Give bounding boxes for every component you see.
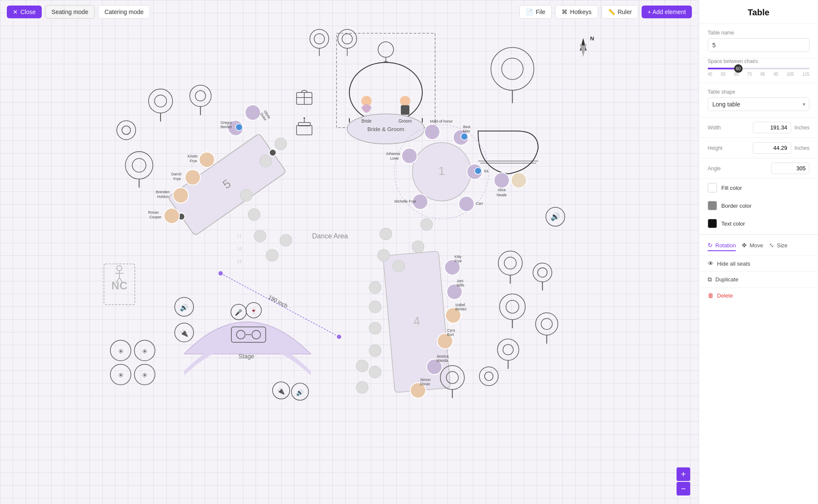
svg-text:🔊: 🔊 bbox=[296, 389, 304, 396]
svg-point-179 bbox=[421, 218, 432, 230]
svg-point-32 bbox=[494, 172, 509, 188]
svg-point-52 bbox=[185, 169, 200, 185]
svg-point-2 bbox=[314, 34, 324, 44]
table-name-label: Table name bbox=[708, 30, 809, 36]
svg-point-166 bbox=[275, 138, 287, 150]
angle-input[interactable] bbox=[771, 163, 809, 174]
svg-point-172 bbox=[380, 228, 392, 240]
zoom-controls: + − bbox=[677, 467, 690, 495]
duplicate-label: Duplicate bbox=[715, 276, 738, 283]
move-tab[interactable]: ✥ Move bbox=[742, 239, 763, 251]
tree-right-mid-1 bbox=[498, 251, 522, 284]
delete-button[interactable]: 🗑 Delete bbox=[699, 287, 818, 303]
width-input[interactable] bbox=[753, 122, 791, 133]
hotkeys-button[interactable]: ⌘ Hotkeys bbox=[555, 5, 598, 19]
svg-point-163 bbox=[248, 209, 260, 220]
close-icon: ✕ bbox=[13, 9, 18, 15]
svg-text:Neale: Neale bbox=[497, 193, 507, 197]
svg-text:Frye: Frye bbox=[190, 159, 197, 163]
add-element-label: + Add element bbox=[648, 9, 686, 15]
svg-text:Groom: Groom bbox=[399, 119, 412, 123]
svg-point-3 bbox=[338, 29, 357, 48]
tree-left-2 bbox=[190, 85, 211, 115]
spin-icon-4: ✳ bbox=[134, 364, 155, 385]
piano bbox=[478, 131, 538, 174]
space-chairs-label: Space between chairs bbox=[708, 58, 809, 64]
svg-point-165 bbox=[260, 155, 272, 167]
height-row: Height Inches bbox=[699, 138, 818, 158]
svg-text:✳: ✳ bbox=[118, 347, 124, 355]
size-label: Size bbox=[777, 242, 787, 249]
seating-mode-button[interactable]: Seating mode bbox=[45, 5, 95, 19]
duplicate-icon: ⧉ bbox=[708, 276, 712, 283]
svg-text:4: 4 bbox=[413, 314, 421, 328]
svg-text:Darrol: Darrol bbox=[171, 172, 181, 176]
svg-point-68 bbox=[461, 133, 468, 140]
svg-rect-7 bbox=[349, 63, 422, 123]
text-color-swatch[interactable] bbox=[708, 219, 717, 228]
slider-track[interactable]: 60 bbox=[708, 68, 809, 69]
svg-point-139 bbox=[498, 251, 522, 275]
table-shape-wrapper: Long table Round table Square table Oval… bbox=[708, 97, 809, 111]
svg-text:🔊: 🔊 bbox=[550, 212, 560, 221]
size-tab[interactable]: ⤡ Size bbox=[769, 239, 787, 251]
seating-mode-label: Seating mode bbox=[52, 9, 88, 15]
duplicate-button[interactable]: ⧉ Duplicate bbox=[699, 271, 818, 287]
move-icon: ✥ bbox=[742, 242, 747, 249]
zoom-in-button[interactable]: + bbox=[677, 467, 690, 481]
svg-text:Bentez: Bentez bbox=[455, 307, 467, 311]
file-button[interactable]: 📄 File bbox=[519, 5, 552, 19]
svg-point-153 bbox=[503, 344, 513, 355]
svg-point-46 bbox=[236, 124, 242, 131]
height-input[interactable] bbox=[753, 142, 791, 154]
table-5[interactable]: 5 bbox=[165, 132, 289, 238]
svg-point-145 bbox=[500, 294, 525, 320]
svg-point-170 bbox=[377, 249, 389, 261]
svg-text:Bride: Bride bbox=[362, 119, 372, 123]
width-label: Width bbox=[708, 125, 721, 131]
zoom-out-button[interactable]: − bbox=[677, 482, 690, 495]
tree-right-top bbox=[491, 47, 534, 103]
person-kit: Kit bbox=[467, 164, 489, 179]
floor-plan[interactable]: Bride & Groom Bride Groom bbox=[0, 24, 699, 504]
compass: N bbox=[580, 35, 594, 57]
svg-point-17 bbox=[400, 96, 410, 106]
person-joni-wills: Joni Wills bbox=[447, 279, 464, 299]
add-element-button[interactable]: + Add element bbox=[642, 6, 692, 18]
svg-point-49 bbox=[199, 152, 215, 167]
svg-point-62 bbox=[402, 148, 417, 163]
svg-text:Kit: Kit bbox=[484, 169, 489, 173]
table-shape-section: Table shape Long table Round table Squar… bbox=[699, 83, 818, 117]
table-shape-select[interactable]: Long table Round table Square table Oval… bbox=[708, 97, 809, 111]
svg-text:Jessica: Jessica bbox=[436, 354, 449, 358]
angle-row: Angle bbox=[699, 158, 818, 179]
svg-point-55 bbox=[173, 188, 188, 203]
fill-color-swatch[interactable] bbox=[708, 183, 717, 192]
hide-seats-button[interactable]: 👁 Hide all seats bbox=[699, 255, 818, 271]
hide-seats-label: Hide all seats bbox=[717, 261, 750, 267]
close-label: Close bbox=[20, 9, 36, 15]
width-unit: Inches bbox=[795, 125, 809, 131]
person-johanna-lowe: Johanna Lowe bbox=[386, 148, 418, 163]
svg-text:14: 14 bbox=[237, 246, 242, 251]
svg-text:Bentez: Bentez bbox=[221, 125, 232, 129]
svg-text:Johanna: Johanna bbox=[386, 152, 400, 156]
close-button[interactable]: ✕ Close bbox=[7, 6, 42, 18]
ruler-button[interactable]: 📏 Ruler bbox=[602, 5, 638, 19]
svg-text:🔌: 🔌 bbox=[277, 387, 285, 395]
svg-point-177 bbox=[369, 366, 381, 378]
svg-text:Cyra: Cyra bbox=[447, 328, 455, 332]
svg-point-176 bbox=[369, 344, 381, 356]
border-color-swatch[interactable] bbox=[708, 201, 717, 210]
svg-point-115 bbox=[195, 91, 205, 101]
table-name-input[interactable] bbox=[708, 38, 809, 52]
speaker-left: 🔊 bbox=[175, 298, 193, 316]
rotation-tab[interactable]: ↻ Rotation bbox=[708, 239, 736, 251]
person-darrol-frye: Darrol Frye bbox=[171, 169, 200, 185]
person-michelle-frye: Michelle Frye bbox=[395, 194, 428, 209]
slider-thumb: 60 bbox=[734, 64, 743, 73]
person-gregor-bentez: Gregor Bentez bbox=[221, 120, 243, 136]
catering-mode-button[interactable]: Catering mode bbox=[98, 5, 150, 19]
svg-point-158 bbox=[484, 372, 493, 381]
tree-right-mid-2 bbox=[533, 263, 552, 290]
